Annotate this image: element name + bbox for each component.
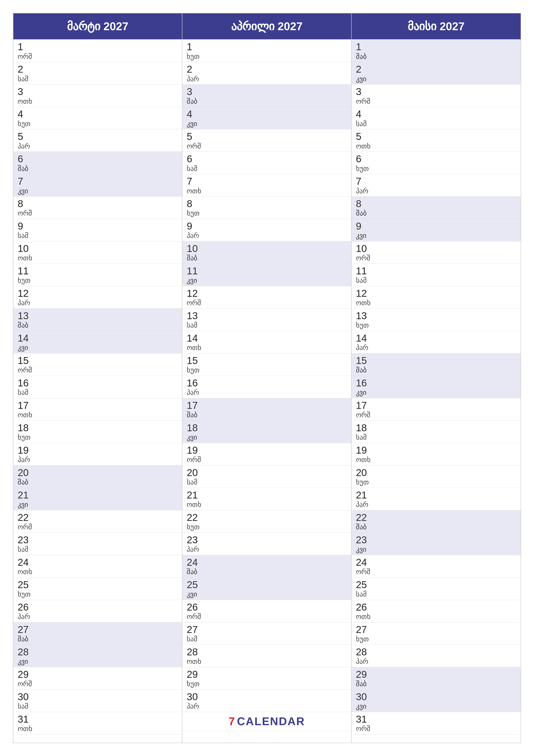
day-name: შაბ	[18, 478, 178, 486]
day-name: კვი	[356, 75, 516, 83]
day-number: 11	[356, 265, 516, 277]
day-row: 29შაბ	[352, 667, 521, 689]
day-row: 23კვი	[352, 533, 521, 555]
day-row: 9კვი	[352, 219, 521, 241]
day-name: შაბ	[18, 635, 178, 643]
day-name: ოთხ	[356, 456, 516, 464]
day-name: ორშ	[18, 523, 178, 531]
day-number: 9	[18, 221, 178, 232]
day-name: სამ	[18, 388, 178, 396]
day-name: შაბ	[187, 254, 347, 262]
day-number: 23	[356, 534, 516, 546]
day-row: 27შაბ	[13, 622, 182, 645]
day-row: 16სამ	[13, 376, 182, 398]
day-name: შაბ	[356, 52, 516, 61]
day-name: ხუთ	[187, 680, 347, 688]
day-number: 24	[356, 557, 516, 568]
day-name: ხუთ	[356, 164, 516, 173]
day-row: 2სამ	[13, 62, 182, 85]
day-number: 4	[187, 109, 347, 120]
day-name: ხუთ	[356, 635, 516, 643]
day-number: 19	[356, 445, 516, 456]
day-name: ორშ	[356, 724, 516, 733]
day-name: კვი	[356, 545, 516, 554]
day-name: სამ	[187, 321, 347, 329]
day-name: კვი	[187, 276, 347, 284]
day-number: 14	[187, 333, 347, 344]
day-name: პარ	[187, 231, 347, 240]
day-number: 30	[18, 691, 178, 702]
day-row: 24შაბ	[182, 555, 351, 578]
day-name: ორშ	[187, 142, 347, 150]
day-name: შაბ	[187, 411, 347, 419]
day-row: 29ორშ	[13, 667, 182, 689]
day-number: 26	[18, 602, 178, 613]
day-name: ოთხ	[356, 299, 516, 307]
day-row: 2პარ	[182, 62, 351, 85]
day-row: 9პარ	[182, 219, 351, 241]
day-number: 26	[187, 602, 347, 613]
day-name: კვი	[18, 343, 178, 352]
day-number: 25	[18, 579, 178, 590]
day-number: 8	[356, 198, 516, 209]
day-row: 16კვი	[352, 376, 521, 398]
day-number: 11	[187, 265, 347, 277]
day-name: ხუთ	[187, 52, 347, 61]
day-row: 4ხუთ	[13, 107, 182, 129]
day-name: სამ	[356, 590, 516, 598]
day-row: 26ორშ	[182, 600, 351, 622]
day-row: 7კვი	[13, 174, 182, 197]
day-name: კვი	[187, 590, 347, 598]
day-name: პარ	[187, 75, 347, 83]
day-name: სამ	[18, 702, 178, 710]
day-row: 17ორშ	[352, 398, 521, 421]
day-number: 10	[356, 243, 516, 254]
day-number: 20	[356, 467, 516, 478]
day-row: 25ხუთ	[13, 578, 182, 600]
day-row: 12ორშ	[182, 286, 351, 309]
day-number: 10	[18, 243, 178, 254]
day-name: პარ	[356, 657, 516, 665]
day-number: 31	[18, 714, 178, 725]
day-row: 28ოთხ	[182, 645, 351, 667]
day-name: შაბ	[356, 209, 516, 217]
day-row: 19ორშ	[182, 443, 351, 466]
day-number: 23	[187, 534, 347, 546]
day-row: 20ხუთ	[352, 466, 521, 488]
day-number: 7	[187, 176, 347, 187]
day-row: 19პარ	[13, 443, 182, 466]
day-name: პარ	[356, 187, 516, 195]
day-row: 13სამ	[182, 309, 351, 331]
day-number: 6	[18, 153, 178, 164]
day-number: 25	[356, 579, 516, 590]
day-number: 30	[187, 691, 347, 702]
day-row: 31ორშ	[352, 712, 521, 735]
day-number: 16	[187, 378, 347, 389]
day-number: 22	[356, 512, 516, 523]
day-name: შაბ	[187, 97, 347, 105]
day-row: 7CALENDAR	[182, 712, 351, 731]
day-number: 29	[18, 669, 178, 680]
day-row: 30კვი	[352, 689, 521, 712]
day-number: 13	[187, 310, 347, 321]
day-row: 10შაბ	[182, 241, 351, 264]
day-number: 17	[356, 400, 516, 411]
day-number: 4	[356, 109, 516, 120]
day-row: 5პარ	[13, 129, 182, 152]
day-number: 25	[187, 579, 347, 590]
day-number: 7	[18, 176, 178, 187]
day-number: 18	[356, 422, 516, 433]
day-name: ოთხ	[18, 254, 178, 262]
day-number: 2	[356, 64, 516, 75]
day-number: 2	[187, 64, 347, 75]
day-row: 14პარ	[352, 331, 521, 353]
day-number: 22	[187, 512, 347, 523]
day-name: პარ	[18, 612, 178, 621]
day-row: 6სამ	[182, 152, 351, 174]
month-column-0: მარტი 20271ორშ2სამ3ოთხ4ხუთ5პარ6შაბ7კვი8ო…	[13, 14, 182, 742]
day-number: 20	[187, 467, 347, 478]
day-row: 13ხუთ	[352, 309, 521, 331]
day-name: კვი	[356, 388, 516, 396]
day-name: ორშ	[187, 299, 347, 307]
day-number: 10	[187, 243, 347, 254]
